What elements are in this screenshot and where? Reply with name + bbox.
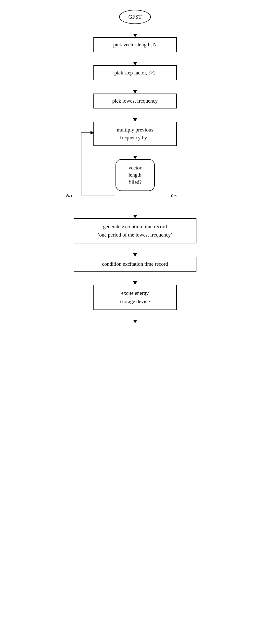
step5-node: generate excitation time record (one per… [74,218,196,244]
step7-node: excite energy storage device [93,285,177,310]
arrow-3 [133,80,137,94]
arrow-7 [133,244,137,256]
arrow-1 [133,24,137,37]
arrow-6 [133,198,137,218]
arrow-2 [133,52,137,66]
step6-node: condition excitation time record [74,256,196,272]
step1-node: pick vector length, N [93,37,177,52]
step3-node: pick lowest frequency [93,94,177,108]
decision-node: vector length filled? [115,159,155,191]
loop-section: No multiply previous frequency by r vect… [62,122,209,198]
arrow-9 [133,310,137,323]
arrow-4 [133,108,137,122]
no-label: No [66,193,72,199]
flowchart: GFST pick vector length, N pick step fac… [49,0,221,644]
arrow-5 [133,146,137,159]
start-node: GFST [119,10,151,24]
step2-node: pick step factor, r>2 [93,66,177,80]
yes-label: Yes [170,192,177,198]
step4-node: multiply previous frequency by r [93,122,177,146]
arrow-8 [133,272,137,285]
